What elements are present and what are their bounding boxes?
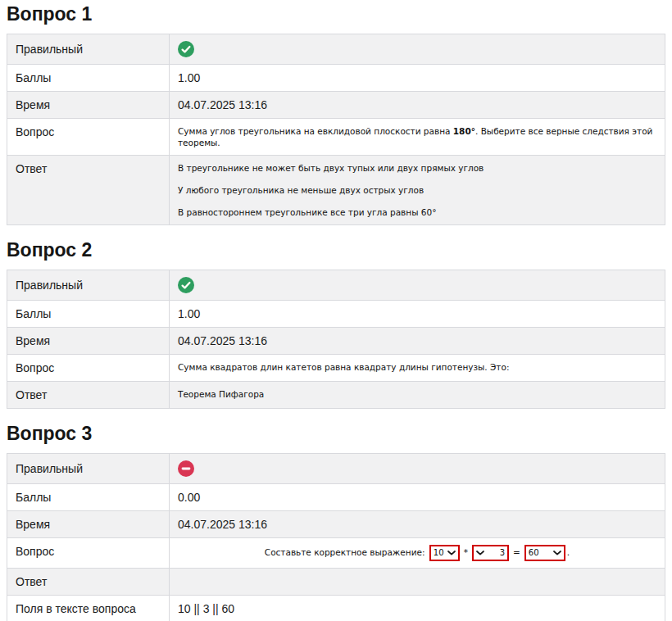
chevron-down-icon (447, 551, 456, 555)
row-points-label: Баллы (7, 484, 170, 511)
expression-select-3[interactable]: 60 (524, 545, 565, 561)
row-correct: Правильный (7, 34, 665, 65)
chevron-down-icon (476, 551, 484, 555)
question-block-2: Вопрос 2 Правильный Баллы 1.00 Время 04.… (7, 238, 665, 409)
check-circle-icon (178, 277, 194, 293)
points-value: 1.00 (170, 65, 665, 92)
answer-text (170, 569, 665, 596)
question-text: Сумма квадратов длин катетов равна квадр… (170, 355, 665, 382)
row-time-label: Время (7, 328, 170, 355)
answer-option: В треугольнике не может быть двух тупых … (178, 162, 656, 174)
row-fields: Поля в тексте вопроса 10 || 3 || 60 (7, 596, 665, 621)
time-value: 04.07.2025 13:16 (170, 328, 665, 355)
row-points-label: Баллы (7, 301, 170, 328)
answer-text: В треугольнике не может быть двух тупых … (170, 156, 665, 225)
minus-circle-icon (178, 460, 194, 477)
expression-select-1[interactable]: 10 (429, 545, 460, 561)
chevron-down-icon (553, 551, 561, 555)
row-points-label: Баллы (7, 65, 170, 92)
row-question-label: Вопрос (7, 538, 170, 569)
row-time: Время 04.07.2025 13:16 (7, 328, 665, 355)
points-value: 1.00 (170, 301, 665, 328)
row-answer-label: Ответ (7, 569, 170, 596)
row-points: Баллы 1.00 (7, 65, 665, 92)
answer-option: У любого треугольника не меньше двух ост… (178, 184, 656, 196)
row-question-label: Вопрос (7, 355, 170, 382)
row-question: Вопрос Сумма квадратов длин катетов равн… (7, 355, 665, 382)
answer-option: В равностороннем треугольнике все три уг… (178, 206, 656, 218)
question-3-title: Вопрос 3 (7, 422, 665, 445)
question-2-table: Правильный Баллы 1.00 Время 04.07.2025 1… (7, 270, 665, 409)
row-correct: Правильный (7, 270, 665, 301)
question-1-title: Вопрос 1 (7, 2, 665, 25)
row-answer: Ответ В треугольнике не может быть двух … (7, 156, 665, 225)
row-points: Баллы 1.00 (7, 301, 665, 328)
time-value: 04.07.2025 13:16 (170, 92, 665, 119)
question-block-3: Вопрос 3 Правильный Баллы 0.00 Время 04.… (7, 422, 665, 621)
question-text: Составьте корректное выражение: 10*3=60. (170, 538, 665, 569)
row-question-label: Вопрос (7, 119, 170, 156)
points-value: 0.00 (170, 484, 665, 511)
row-fields-label: Поля в тексте вопроса (7, 596, 170, 621)
quiz-review-page: Вопрос 1 Правильный Баллы 1.00 Время 04.… (0, 0, 672, 621)
row-question: Вопрос Сумма углов треугольника на евкли… (7, 119, 665, 156)
expression-select-2[interactable]: 3 (472, 545, 509, 561)
row-time: Время 04.07.2025 13:16 (7, 92, 665, 119)
row-points: Баллы 0.00 (7, 484, 665, 511)
answer-text: Теорема Пифагора (170, 382, 665, 409)
row-correct: Правильный (7, 454, 665, 484)
fields-value: 10 || 3 || 60 (170, 596, 665, 621)
row-time: Время 04.07.2025 13:16 (7, 511, 665, 538)
row-time-label: Время (7, 511, 170, 538)
row-answer-label: Ответ (7, 156, 170, 225)
row-answer-label: Ответ (7, 382, 170, 409)
check-circle-icon (178, 41, 194, 57)
question-block-1: Вопрос 1 Правильный Баллы 1.00 Время 04.… (7, 2, 665, 225)
question-2-title: Вопрос 2 (7, 238, 665, 261)
row-correct-label: Правильный (7, 454, 170, 484)
row-correct-label: Правильный (7, 34, 170, 65)
row-time-label: Время (7, 92, 170, 119)
question-3-table: Правильный Баллы 0.00 Время 04.07.2025 1… (7, 453, 665, 621)
row-answer: Ответ Теорема Пифагора (7, 382, 665, 409)
row-question: Вопрос Составьте корректное выражение: 1… (7, 538, 665, 569)
time-value: 04.07.2025 13:16 (170, 511, 665, 538)
row-correct-label: Правильный (7, 270, 170, 301)
row-answer: Ответ (7, 569, 665, 596)
question-1-table: Правильный Баллы 1.00 Время 04.07.2025 1… (7, 34, 665, 225)
question-text: Сумма углов треугольника на евклидовой п… (170, 119, 665, 156)
expression-line: Составьте корректное выражение: 10*3=60. (265, 547, 570, 557)
